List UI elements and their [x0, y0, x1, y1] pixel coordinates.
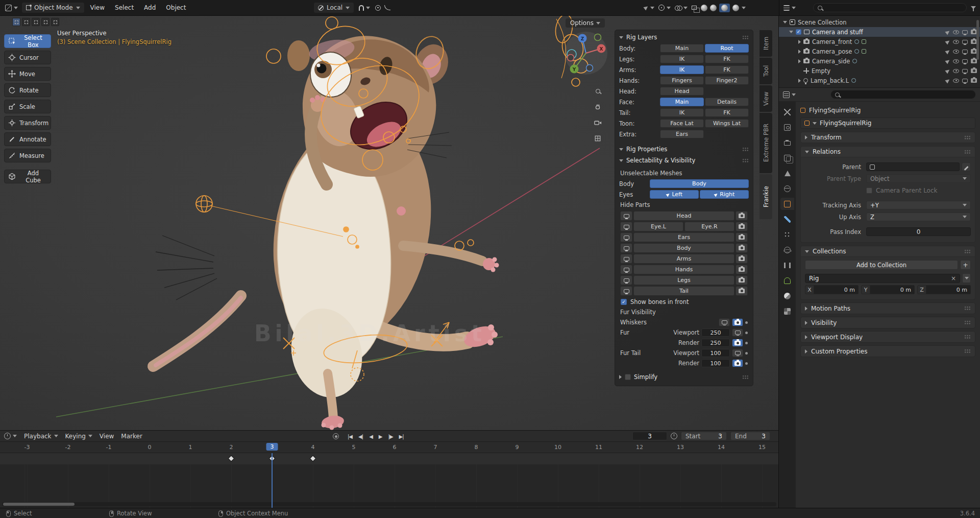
eye-left-button[interactable]: Left: [650, 190, 699, 199]
tool-select-box[interactable]: Select Box: [4, 34, 51, 48]
tab-scene[interactable]: [780, 167, 794, 179]
timeline-body[interactable]: [0, 453, 778, 508]
disclosure-icon[interactable]: [798, 79, 801, 83]
outliner-row-object[interactable]: Lamp_back.L: [779, 76, 980, 85]
jump-to-end-button[interactable]: ▶|: [398, 433, 405, 440]
orientation-dropdown[interactable]: Local: [314, 3, 354, 13]
outliner-row-object[interactable]: Camera_front: [779, 37, 980, 46]
viewport-visibility-button[interactable]: [620, 243, 632, 253]
motion-paths-panel-header[interactable]: Motion Paths: [800, 302, 975, 314]
render-visibility-button[interactable]: [736, 232, 748, 242]
filter-icon[interactable]: [971, 6, 976, 9]
render-visibility-button[interactable]: [736, 286, 748, 296]
tab-output[interactable]: [780, 136, 794, 149]
mode-dropdown[interactable]: Object Mode: [22, 3, 84, 13]
snap-dropdown[interactable]: [359, 5, 370, 11]
hide-part-button[interactable]: Eye.R: [684, 222, 734, 231]
camera-view-button[interactable]: [592, 117, 603, 128]
drag-grip-icon[interactable]: [964, 249, 971, 254]
tab-object-data[interactable]: [780, 274, 794, 287]
rig-layer-button[interactable]: Head: [660, 87, 704, 96]
select-mode-new[interactable]: [12, 18, 20, 26]
outliner-editor-button[interactable]: [783, 5, 796, 11]
render-visibility-button[interactable]: [736, 265, 748, 274]
tab-render[interactable]: [780, 121, 794, 133]
menu-playback[interactable]: Playback: [24, 433, 58, 440]
tab-constraints[interactable]: [780, 259, 794, 271]
render-visibility-button[interactable]: [732, 339, 743, 347]
collection-options-button[interactable]: [962, 273, 971, 283]
rig-layer-button[interactable]: Wings Lat: [705, 119, 749, 128]
tracking-axis-dropdown[interactable]: +Y: [866, 201, 971, 209]
jump-to-start-button[interactable]: |◀: [346, 433, 354, 440]
eye-icon[interactable]: [953, 30, 959, 34]
axis-z-label[interactable]: Z: [581, 36, 584, 41]
disclosure-icon[interactable]: [798, 59, 801, 63]
viewport-visibility-button[interactable]: [620, 222, 632, 231]
rig-layer-button[interactable]: IK: [660, 108, 704, 117]
axis-x-label[interactable]: X: [600, 46, 603, 52]
animate-dot-icon[interactable]: [745, 332, 748, 334]
tab-extreme-pbr[interactable]: Extreme PBR: [760, 113, 772, 173]
drag-grip-icon[interactable]: [742, 35, 749, 40]
rendered-shading-button[interactable]: [732, 5, 739, 11]
parent-type-dropdown[interactable]: Object: [866, 174, 971, 183]
timeline-ruler[interactable]: -3 -2 -1 0 1 2 3 4 5 6 7 8 9 10 11 12 13…: [0, 442, 778, 453]
rig-layer-button[interactable]: Finger2: [705, 76, 749, 85]
fur-render-value[interactable]: 250: [701, 339, 730, 347]
hide-part-button[interactable]: Hands: [633, 265, 734, 274]
prev-keyframe-button[interactable]: ◀|: [357, 433, 364, 440]
show-bones-checkbox[interactable]: [621, 299, 627, 305]
auto-keying-button[interactable]: [333, 433, 339, 439]
viewport-visibility-button[interactable]: [620, 275, 632, 285]
current-frame-field[interactable]: 3: [632, 432, 667, 440]
tool-transform[interactable]: Transform: [4, 116, 51, 130]
outliner-search-input[interactable]: [813, 3, 967, 12]
monitor-icon[interactable]: [962, 40, 968, 44]
monitor-icon[interactable]: [962, 59, 968, 63]
disclosure-icon[interactable]: [789, 31, 793, 33]
eye-right-button[interactable]: Right: [700, 190, 749, 199]
end-frame-field[interactable]: End3: [730, 432, 770, 440]
monitor-icon[interactable]: [962, 30, 968, 34]
hide-part-button[interactable]: Arms: [633, 254, 734, 264]
camera-parent-lock-checkbox[interactable]: [866, 187, 872, 194]
tool-annotate[interactable]: Annotate: [4, 132, 51, 146]
tab-modifiers[interactable]: [780, 213, 794, 225]
hide-part-button[interactable]: Ears: [633, 232, 734, 242]
new-collection-button[interactable]: +: [960, 260, 971, 270]
tool-scale[interactable]: Scale: [4, 100, 51, 113]
tab-view[interactable]: View: [760, 85, 772, 112]
hide-part-button[interactable]: Tail: [633, 286, 734, 296]
menu-select[interactable]: Select: [111, 3, 138, 13]
offset-y-field[interactable]: Y0 m: [861, 285, 915, 294]
drag-grip-icon[interactable]: [742, 147, 749, 152]
collections-panel-header[interactable]: Collections: [800, 246, 975, 257]
outliner-row-scene-collection[interactable]: Scene Collection: [779, 17, 980, 27]
outliner-row-object[interactable]: Camera_side: [779, 56, 980, 66]
furtail-viewport-value[interactable]: 100: [701, 349, 730, 357]
solid-shading-button[interactable]: [710, 5, 717, 11]
rig-layer-button[interactable]: Details: [705, 98, 749, 106]
rig-layer-button[interactable]: Face Lat: [660, 119, 704, 128]
3d-viewport[interactable]: Bilal.3D.Artist User Perspective (3) Sce…: [0, 16, 778, 430]
select-mode-invert[interactable]: [41, 18, 50, 26]
rig-layer-button[interactable]: Root: [705, 44, 749, 53]
menu-keying[interactable]: Keying: [65, 433, 92, 440]
tab-world[interactable]: [780, 182, 794, 195]
monitor-icon[interactable]: [962, 69, 968, 73]
start-frame-field[interactable]: Start3: [681, 432, 727, 440]
hide-part-button[interactable]: Body: [633, 243, 734, 253]
editor-type-button[interactable]: [3, 5, 20, 11]
eye-icon[interactable]: [953, 59, 959, 63]
whiskers-render-button[interactable]: [732, 318, 743, 326]
viewport-visibility-button[interactable]: [620, 254, 632, 264]
offset-z-field[interactable]: Z0 m: [917, 285, 971, 294]
menu-add[interactable]: Add: [140, 3, 160, 13]
rig-properties-header[interactable]: Rig Properties: [617, 144, 751, 155]
collection-checkbox[interactable]: [796, 29, 801, 35]
next-keyframe-button[interactable]: |▶: [387, 433, 395, 440]
viewport-visibility-button[interactable]: [620, 232, 632, 242]
tab-frankie[interactable]: Frankie: [760, 174, 772, 219]
playhead-line[interactable]: [272, 453, 273, 508]
